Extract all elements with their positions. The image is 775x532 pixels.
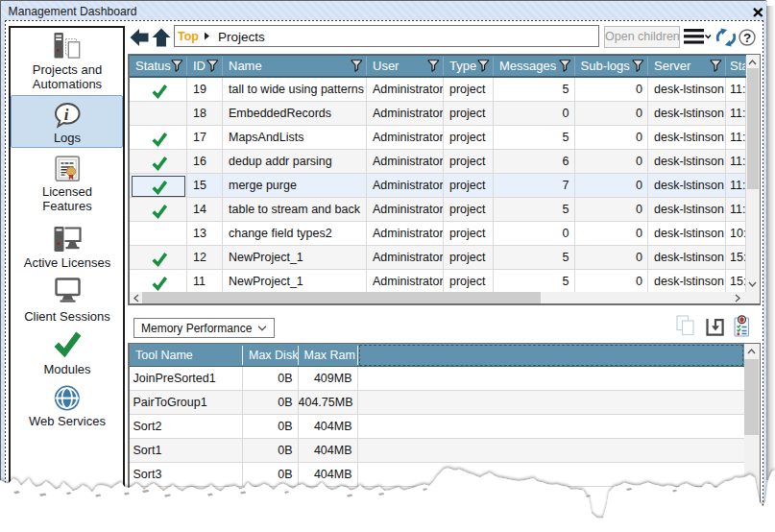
- svg-text:i: i: [64, 106, 69, 124]
- svg-text:?: ?: [743, 31, 751, 45]
